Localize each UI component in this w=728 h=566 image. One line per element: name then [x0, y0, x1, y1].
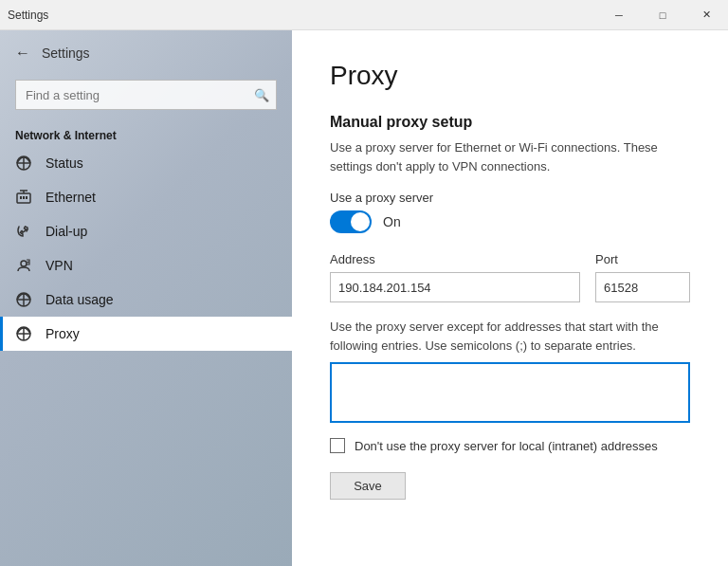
vpn-icon	[15, 257, 32, 274]
titlebar-controls: ─ □ ✕	[597, 0, 728, 30]
address-field-group: Address	[330, 252, 580, 302]
port-label: Port	[595, 252, 690, 266]
sidebar-title: Settings	[42, 46, 90, 61]
back-icon: ←	[15, 45, 30, 62]
sidebar-header: ← Settings	[0, 30, 292, 76]
local-checkbox-label: Don't use the proxy server for local (in…	[355, 439, 658, 453]
search-box: 🔍	[15, 80, 277, 110]
back-button[interactable]: ←	[15, 45, 30, 62]
sidebar: ← Settings 🔍 Network & Internet Status	[0, 30, 292, 566]
sidebar-item-datausage-label: Data usage	[46, 292, 114, 307]
proxy-icon	[15, 325, 32, 342]
sidebar-item-datausage[interactable]: Data usage	[0, 283, 292, 317]
save-button[interactable]: Save	[330, 472, 406, 500]
local-checkbox[interactable]	[330, 438, 345, 453]
search-icon: 🔍	[254, 88, 269, 102]
sidebar-item-status-label: Status	[46, 155, 83, 171]
app-body: ← Settings 🔍 Network & Internet Status	[0, 30, 728, 566]
close-button[interactable]: ✕	[684, 0, 728, 30]
sidebar-item-dialup-label: Dial-up	[46, 224, 87, 239]
titlebar: Settings ─ □ ✕	[0, 0, 728, 30]
search-input[interactable]	[15, 80, 277, 110]
local-checkbox-row: Don't use the proxy server for local (in…	[330, 438, 690, 453]
toggle-label: Use a proxy server	[330, 191, 690, 205]
port-input[interactable]	[595, 272, 690, 302]
datausage-icon	[15, 291, 32, 308]
page-title: Proxy	[330, 61, 690, 91]
proxy-toggle[interactable]	[330, 210, 372, 233]
toggle-thumb	[351, 212, 370, 231]
svg-point-7	[21, 261, 27, 266]
svg-rect-6	[26, 196, 27, 199]
ethernet-icon	[15, 189, 32, 206]
sidebar-item-proxy[interactable]: Proxy	[0, 317, 292, 351]
status-icon	[15, 155, 32, 172]
address-label: Address	[330, 252, 580, 266]
port-field-group: Port	[595, 252, 690, 302]
manual-section-description: Use a proxy server for Ethernet or Wi-Fi…	[330, 138, 690, 175]
sidebar-item-vpn[interactable]: VPN	[0, 248, 292, 283]
sidebar-item-proxy-label: Proxy	[46, 326, 80, 341]
sidebar-item-vpn-label: VPN	[46, 258, 73, 273]
address-port-row: Address Port	[330, 252, 690, 302]
svg-rect-4	[20, 196, 22, 199]
toggle-state-label: On	[383, 214, 401, 229]
nav-category: Network & Internet	[0, 121, 292, 146]
svg-rect-5	[23, 196, 25, 199]
sidebar-item-status[interactable]: Status	[0, 146, 292, 180]
manual-section-title: Manual proxy setup	[330, 114, 690, 131]
address-input[interactable]	[330, 272, 580, 302]
sidebar-item-ethernet[interactable]: Ethernet	[0, 180, 292, 214]
minimize-button[interactable]: ─	[597, 0, 641, 30]
titlebar-left: Settings	[8, 9, 48, 22]
sidebar-item-ethernet-label: Ethernet	[46, 190, 96, 205]
titlebar-title: Settings	[8, 9, 48, 22]
maximize-button[interactable]: □	[641, 0, 684, 30]
main-panel: Proxy Manual proxy setup Use a proxy ser…	[292, 30, 728, 566]
svg-point-8	[27, 262, 29, 264]
toggle-track[interactable]	[330, 210, 372, 233]
toggle-row: On	[330, 210, 690, 233]
exceptions-description: Use the proxy server except for addresse…	[330, 318, 690, 355]
exceptions-textarea[interactable]	[330, 362, 690, 423]
sidebar-item-dialup[interactable]: Dial-up	[0, 214, 292, 248]
dialup-icon	[15, 223, 32, 240]
